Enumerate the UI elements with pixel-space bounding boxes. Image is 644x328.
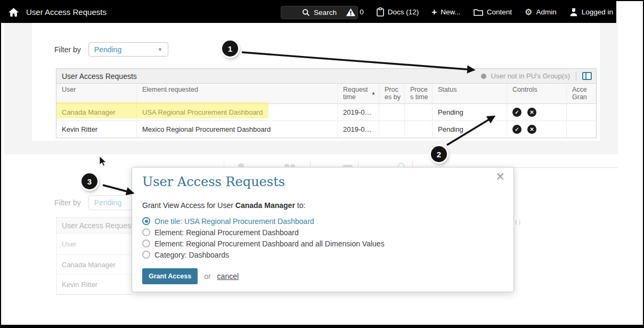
cell-element: Mexico Regional Procurement Dashboard bbox=[136, 121, 337, 138]
main-content: Filter by Pending ▼ User Access Requests… bbox=[4, 23, 618, 154]
user-avatar-icon bbox=[569, 8, 578, 17]
faded-table-row: Canada Manager bbox=[56, 255, 133, 275]
radio-unselected-icon bbox=[142, 239, 150, 247]
sort-asc-icon: ▲ bbox=[371, 91, 376, 95]
column-header-status[interactable]: Status bbox=[432, 84, 507, 103]
alerts-count: 0 bbox=[360, 8, 364, 16]
radio-option-element-all-dimensions[interactable]: Element: Regional Procurement Dashboard … bbox=[142, 239, 385, 247]
close-icon[interactable]: × bbox=[496, 170, 504, 184]
cell-user: Canada Manager bbox=[56, 104, 136, 121]
content-label: Content bbox=[487, 8, 512, 16]
approve-request-icon[interactable]: ✓ bbox=[512, 108, 521, 117]
callout-badge-1: 1 bbox=[222, 41, 238, 57]
folder-icon bbox=[474, 9, 483, 16]
screenshot-frame: User Access Requests Search 0 Docs (12) bbox=[0, 0, 644, 328]
faded-table: User Access Requests User Canada Manager… bbox=[56, 217, 133, 295]
page-title: User Access Requests bbox=[26, 7, 107, 17]
top-nav-bar: User Access Requests Search 0 Docs (12) bbox=[1, 1, 616, 23]
user-access-requests-table: User Access Requests User not in PU's Gr… bbox=[56, 68, 597, 138]
access-scope-options: One tile: USA Regional Procurement Dashb… bbox=[142, 217, 385, 259]
callout-badge-2: 2 bbox=[431, 146, 447, 162]
status-filter-dropdown[interactable]: Pending ▼ bbox=[88, 42, 168, 57]
column-header-user[interactable]: User bbox=[56, 84, 136, 103]
deny-request-icon[interactable]: ✕ bbox=[527, 108, 536, 117]
radio-unselected-icon bbox=[142, 251, 150, 259]
deny-request-icon[interactable]: ✕ bbox=[527, 125, 536, 134]
legend-label: User not in PU's Group(s) bbox=[491, 72, 570, 80]
faded-table-title: User Access Requests bbox=[62, 221, 133, 230]
column-header-access-granted[interactable]: Acce Gran bbox=[566, 84, 597, 103]
column-header-processed-time[interactable]: Proces time bbox=[404, 84, 432, 103]
user-access-requests-dialog: User Access Requests × Grant View Access… bbox=[132, 167, 514, 292]
dialog-actions: Grant Access or cancel bbox=[142, 268, 239, 284]
new-menu[interactable]: + New... bbox=[431, 7, 460, 17]
cell-controls: ✓ ✕ bbox=[507, 121, 566, 138]
column-header-request-time[interactable]: Request time▲ bbox=[337, 84, 379, 103]
callout-badge-3: 3 bbox=[81, 173, 97, 189]
content-menu[interactable]: Content bbox=[474, 8, 512, 16]
cell-processed-time bbox=[404, 121, 432, 138]
radio-option-element[interactable]: Element: Regional Procurement Dashboard bbox=[142, 228, 385, 236]
or-label: or bbox=[204, 272, 210, 281]
column-chooser-icon[interactable] bbox=[582, 72, 592, 80]
admin-label: Admin bbox=[536, 8, 556, 16]
column-header-processed-by[interactable]: Proces by bbox=[379, 84, 404, 103]
cancel-link[interactable]: cancel bbox=[217, 272, 239, 281]
docs-icon bbox=[377, 7, 384, 17]
docs-label: Docs (12) bbox=[388, 8, 419, 16]
faded-table-row: Kevin Ritter bbox=[56, 275, 133, 294]
cell-user: Kevin Ritter bbox=[56, 121, 136, 138]
cell-status: Pending bbox=[432, 121, 507, 138]
cell-processed-by bbox=[379, 121, 404, 138]
cell-controls: ✓ ✕ bbox=[507, 104, 566, 121]
radio-option-one-tile[interactable]: One tile: USA Regional Procurement Dashb… bbox=[142, 217, 385, 225]
dialog-title: User Access Requests bbox=[142, 174, 285, 189]
search-icon bbox=[302, 9, 310, 17]
faded-filter-value: Pending bbox=[94, 198, 121, 207]
legend-dot-icon bbox=[481, 74, 486, 79]
faded-text-fragment: t i bbox=[515, 218, 520, 226]
cell-access-granted bbox=[566, 121, 597, 138]
dialog-body-text: Grant View Access for User Canada Manage… bbox=[142, 201, 305, 210]
gear-icon: ⚙ bbox=[525, 8, 532, 17]
table-header-row: User Element requested Request time▲ Pro… bbox=[56, 84, 596, 104]
faded-column-header-user: User bbox=[56, 234, 133, 255]
alerts-menu[interactable]: 0 bbox=[346, 8, 364, 17]
faded-filter-label: Filter by bbox=[54, 198, 81, 207]
table-row-kevin-ritter[interactable]: Kevin Ritter Mexico Regional Procurement… bbox=[56, 121, 596, 138]
divider bbox=[576, 71, 576, 81]
status-filter-value: Pending bbox=[94, 45, 121, 54]
docs-menu[interactable]: Docs (12) bbox=[377, 7, 419, 17]
table-row-canada-manager[interactable]: Canada Manager USA Regional Procurement … bbox=[56, 104, 596, 121]
cell-access-granted bbox=[566, 104, 597, 121]
radio-selected-icon bbox=[142, 217, 150, 225]
cell-processed-by bbox=[379, 104, 404, 121]
column-header-element[interactable]: Element requested bbox=[136, 84, 337, 103]
plus-icon: + bbox=[431, 7, 437, 17]
topbar-left: User Access Requests bbox=[1, 7, 107, 17]
warning-icon bbox=[346, 8, 356, 17]
admin-menu[interactable]: ⚙ Admin bbox=[525, 8, 557, 17]
cell-request-time: 2019-0… bbox=[337, 104, 379, 121]
radio-option-category[interactable]: Category: Dashboards bbox=[142, 251, 385, 259]
table-titlebar-right: User not in PU's Group(s) bbox=[481, 71, 592, 81]
topbar-right: 0 Docs (12) + New... Content ⚙ Admin bbox=[346, 1, 613, 23]
table-titlebar: User Access Requests User not in PU's Gr… bbox=[56, 69, 596, 84]
cell-processed-time bbox=[404, 104, 432, 121]
dialog-user-name: Canada Manager bbox=[235, 201, 295, 210]
column-header-controls[interactable]: Controls bbox=[507, 84, 566, 103]
home-icon[interactable] bbox=[8, 7, 19, 17]
grant-access-button[interactable]: Grant Access bbox=[142, 268, 198, 284]
logged-in-label: Logged in bbox=[582, 8, 613, 16]
table-title: User Access Requests bbox=[62, 72, 137, 81]
faded-table-titlebar: User Access Requests bbox=[56, 218, 133, 234]
radio-unselected-icon bbox=[142, 228, 150, 236]
filter-row: Filter by Pending ▼ bbox=[54, 42, 168, 57]
cell-element: USA Regional Procurement Dashboard bbox=[136, 104, 337, 121]
logged-in-menu[interactable]: Logged in bbox=[569, 8, 613, 17]
approve-request-icon[interactable]: ✓ bbox=[512, 125, 521, 134]
chevron-down-icon: ▼ bbox=[158, 47, 162, 52]
cell-request-time: 2019-0… bbox=[337, 121, 379, 138]
new-label: New... bbox=[441, 8, 461, 16]
content-card: Filter by Pending ▼ User Access Requests… bbox=[32, 23, 600, 141]
